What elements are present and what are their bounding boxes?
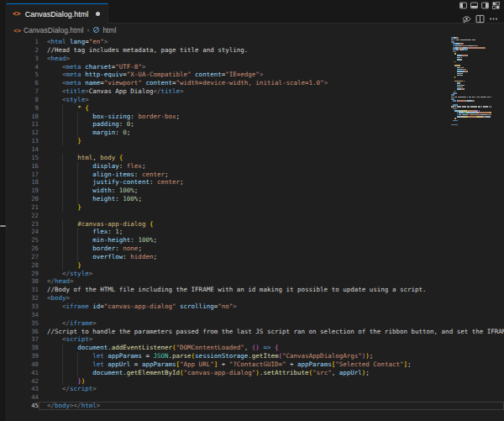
open-preview-icon[interactable]: [462, 14, 471, 24]
line-number: 23: [7, 220, 39, 229]
code-line[interactable]: 7 <title>Canvas App Dialog</title>: [7, 87, 504, 96]
code-line[interactable]: 16 display: flex;: [7, 162, 504, 171]
breadcrumb-symbol[interactable]: html: [92, 26, 116, 35]
line-number: 20: [7, 195, 39, 203]
minimap[interactable]: [451, 37, 491, 138]
indent-guide: [77, 253, 78, 261]
editor-actions: [462, 13, 498, 24]
code-line[interactable]: 37 <script>: [7, 335, 504, 344]
code-line[interactable]: 41 document.getElementById("canvas-app-d…: [7, 369, 504, 377]
code-line[interactable]: 1<html lang="en">: [7, 38, 504, 46]
indent-guide: [62, 352, 63, 360]
modified-indicator-dot[interactable]: [96, 12, 100, 16]
line-number: 10: [7, 113, 39, 121]
code-line[interactable]: 9 * {: [7, 104, 504, 113]
indent-guide: [62, 162, 63, 171]
line-number: 28: [7, 261, 39, 270]
code-line[interactable]: 19 width: 100%;: [7, 187, 504, 195]
code-line[interactable]: 39 let appParams = JSON.parse(sessionSto…: [7, 352, 504, 360]
code-line[interactable]: 38 document.addEventListener("DOMContent…: [7, 344, 504, 352]
code-line[interactable]: 21 }: [7, 203, 504, 212]
code-line[interactable]: 14: [7, 145, 504, 154]
layout-sidebar-right-icon[interactable]: [481, 2, 489, 9]
line-number: 2: [7, 46, 39, 55]
code-line[interactable]: 13 }: [7, 137, 504, 145]
layout-panel-icon[interactable]: [470, 2, 478, 9]
indent-guide: [77, 236, 78, 245]
line-number: 33: [7, 303, 39, 311]
code-editor[interactable]: 1<html lang="en">2//Head tag includes me…: [7, 37, 504, 421]
code-line[interactable]: 8 <style>: [7, 96, 504, 104]
code-line[interactable]: 2//Head tag includes metadata, page titl…: [7, 46, 504, 55]
line-number: 14: [7, 145, 39, 154]
code-line[interactable]: 36//Script to handle the parameters pass…: [7, 328, 504, 336]
line-number: 15: [7, 154, 39, 162]
code-line[interactable]: 23 #canvas-app-dialog {: [7, 220, 504, 229]
line-number: 19: [7, 187, 39, 195]
line-number: 13: [7, 137, 39, 145]
line-number: 21: [7, 203, 39, 212]
code-line[interactable]: 20 height: 100%;: [7, 195, 504, 203]
indent-guide: [62, 220, 63, 229]
indent-guide: [62, 203, 63, 212]
code-line[interactable]: 15 html, body {: [7, 154, 504, 162]
line-number: 3: [7, 55, 39, 63]
line-number: 5: [7, 71, 39, 79]
indent-guide: [62, 369, 63, 377]
tab-label: CanvasDialog.html: [25, 10, 89, 18]
code-line[interactable]: 17 align-items: center;: [7, 171, 504, 179]
code-line[interactable]: 42 }): [7, 377, 504, 386]
line-number: 17: [7, 171, 39, 179]
code-line[interactable]: 3<head>: [7, 55, 504, 63]
code-line[interactable]: 34: [7, 311, 504, 319]
html-file-icon: <>: [13, 27, 21, 34]
code-line[interactable]: 26 border: none;: [7, 245, 504, 253]
html-file-icon: <>: [13, 10, 21, 18]
code-line[interactable]: 45</body></html>: [7, 402, 504, 410]
code-line[interactable]: 6 <meta name="viewport" content="width=d…: [7, 79, 504, 87]
indent-guide: [62, 104, 63, 113]
code-line[interactable]: 44: [7, 393, 504, 402]
code-line[interactable]: 43 </script>: [7, 385, 504, 393]
split-editor-icon[interactable]: [475, 14, 485, 24]
code-line[interactable]: 22: [7, 212, 504, 220]
breadcrumb-symbol-label: html: [102, 26, 116, 34]
code-line[interactable]: 27 overflow: hidden;: [7, 253, 504, 261]
breadcrumb-separator: ›: [87, 26, 89, 34]
line-number: 18: [7, 178, 39, 187]
code-line[interactable]: 33 <iframe id="canvas-app-dialog" scroll…: [7, 303, 504, 311]
line-number: 37: [7, 335, 39, 344]
code-line[interactable]: 12 margin: 0;: [7, 129, 504, 137]
code-line[interactable]: 29 </style>: [7, 270, 504, 278]
line-number: 8: [7, 96, 39, 104]
code-line[interactable]: 30</head>: [7, 277, 504, 286]
title-bar-layout-controls: [459, 2, 500, 9]
breadcrumb-file[interactable]: <> CanvasDialog.html: [13, 26, 83, 34]
code-line[interactable]: 25 min-height: 100%;: [7, 236, 504, 245]
code-line[interactable]: 28 }: [7, 261, 504, 270]
more-actions-icon[interactable]: [489, 14, 498, 24]
code-line[interactable]: 18 justify-content: center;: [7, 178, 504, 187]
layout-sidebar-left-icon[interactable]: [459, 2, 467, 9]
line-number: 27: [7, 253, 39, 261]
code-line[interactable]: 24 flex: 1;: [7, 228, 504, 236]
customize-layout-icon[interactable]: [492, 2, 500, 9]
code-line[interactable]: 11 padding: 0;: [7, 120, 504, 129]
indent-guide: [77, 195, 78, 203]
code-line[interactable]: 31//Body of the HTML file including the …: [7, 286, 504, 294]
sash-grip[interactable]: [0, 225, 6, 227]
line-number: 41: [7, 369, 39, 377]
tab-canvasdialog[interactable]: <> CanvasDialog.html: [7, 3, 108, 24]
code-line[interactable]: 10 box-sizing: border-box;: [7, 113, 504, 121]
line-number: 34: [7, 311, 39, 319]
breadcrumb-file-label: CanvasDialog.html: [24, 26, 83, 34]
indent-guide: [62, 195, 63, 203]
indent-guide: [62, 261, 63, 270]
indent-guide: [77, 369, 78, 377]
code-line[interactable]: 4 <meta charset="UTF-8">: [7, 63, 504, 71]
code-line[interactable]: 5 <meta http-equiv="X-UA-Compatible" con…: [7, 71, 504, 79]
code-line[interactable]: 40 let appUrl = appParams["App URL"] + "…: [7, 360, 504, 369]
code-line[interactable]: 35 </iframe>: [7, 319, 504, 328]
vscode-window: <> CanvasDialog.html: [0, 0, 504, 421]
code-line[interactable]: 32<body>: [7, 294, 504, 303]
